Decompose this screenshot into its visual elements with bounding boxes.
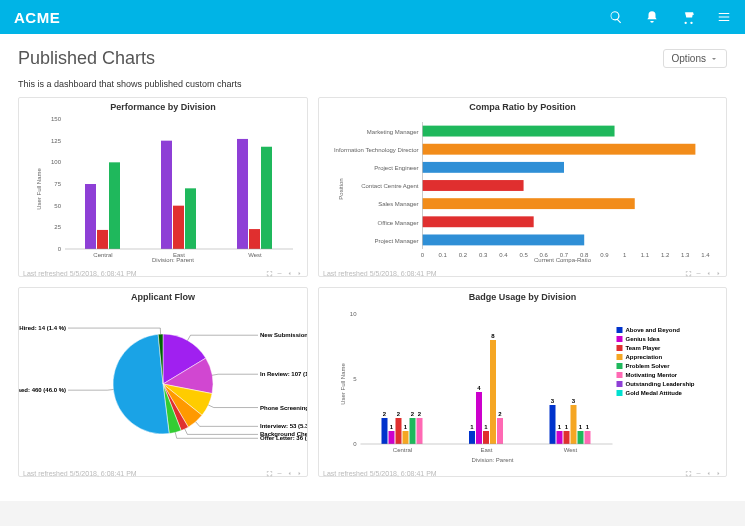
svg-text:Central: Central bbox=[393, 447, 412, 453]
svg-line-69 bbox=[175, 432, 176, 438]
svg-text:3: 3 bbox=[572, 398, 576, 404]
svg-text:100: 100 bbox=[51, 159, 62, 165]
expand-icon[interactable] bbox=[685, 470, 692, 477]
svg-text:1: 1 bbox=[484, 424, 488, 430]
svg-text:Offer Letter: 36 (3.6 %): Offer Letter: 36 (3.6 %) bbox=[260, 435, 307, 441]
expand-icon[interactable] bbox=[685, 270, 692, 277]
svg-text:0: 0 bbox=[353, 441, 357, 447]
svg-text:0: 0 bbox=[58, 246, 62, 252]
svg-text:Phone Screening: 70 (7.0 %): Phone Screening: 70 (7.0 %) bbox=[260, 405, 307, 411]
svg-text:Information Technology Directo: Information Technology Director bbox=[334, 147, 419, 153]
svg-rect-34 bbox=[423, 216, 534, 227]
svg-rect-14 bbox=[237, 139, 248, 249]
svg-text:2: 2 bbox=[418, 411, 422, 417]
svg-rect-126 bbox=[617, 354, 623, 360]
svg-text:Sales Manager: Sales Manager bbox=[378, 201, 418, 207]
svg-text:0: 0 bbox=[421, 252, 425, 258]
svg-rect-98 bbox=[483, 431, 489, 444]
svg-rect-110 bbox=[571, 405, 577, 444]
chevron-left-icon[interactable] bbox=[705, 470, 712, 477]
svg-text:Hired: 14 (1.4 %): Hired: 14 (1.4 %) bbox=[19, 325, 66, 331]
svg-text:1: 1 bbox=[470, 424, 474, 430]
svg-text:150: 150 bbox=[51, 116, 62, 122]
svg-text:1.2: 1.2 bbox=[661, 252, 670, 258]
expand-icon[interactable] bbox=[266, 470, 273, 477]
svg-text:2: 2 bbox=[383, 411, 387, 417]
svg-text:2: 2 bbox=[397, 411, 401, 417]
collapse-icon[interactable] bbox=[276, 270, 283, 277]
svg-text:Project Manager: Project Manager bbox=[374, 238, 418, 244]
collapse-icon[interactable] bbox=[276, 470, 283, 477]
svg-rect-82 bbox=[382, 418, 388, 444]
svg-rect-104 bbox=[550, 405, 556, 444]
svg-text:Office Manager: Office Manager bbox=[378, 220, 419, 226]
svg-text:1: 1 bbox=[586, 424, 590, 430]
chevron-left-icon[interactable] bbox=[705, 270, 712, 277]
svg-rect-8 bbox=[85, 184, 96, 249]
search-icon[interactable] bbox=[609, 10, 623, 24]
page-title: Published Charts bbox=[18, 48, 155, 69]
chevron-left-icon[interactable] bbox=[286, 270, 293, 277]
brand: ACME bbox=[14, 9, 60, 26]
svg-rect-12 bbox=[173, 206, 184, 249]
svg-text:User Full Name: User Full Name bbox=[36, 168, 42, 210]
svg-rect-86 bbox=[396, 418, 402, 444]
svg-rect-10 bbox=[109, 162, 120, 249]
svg-text:1: 1 bbox=[579, 424, 583, 430]
svg-text:West: West bbox=[248, 252, 262, 258]
bell-icon[interactable] bbox=[645, 10, 659, 24]
chevron-right-icon[interactable] bbox=[715, 270, 722, 277]
svg-text:8: 8 bbox=[491, 333, 495, 339]
cart-icon[interactable] bbox=[681, 10, 695, 24]
svg-text:Appreciation: Appreciation bbox=[626, 354, 663, 360]
svg-text:Interview: 53 (5.3 %): Interview: 53 (5.3 %) bbox=[260, 423, 307, 429]
svg-text:Genius Idea: Genius Idea bbox=[626, 336, 661, 342]
expand-icon[interactable] bbox=[266, 270, 273, 277]
refreshed-perf: Last refreshed 5/5/2018, 6:08:41 PM bbox=[23, 270, 137, 277]
svg-text:1: 1 bbox=[390, 424, 394, 430]
svg-rect-102 bbox=[497, 418, 503, 444]
collapse-icon[interactable] bbox=[695, 470, 702, 477]
svg-rect-96 bbox=[476, 392, 482, 444]
svg-text:Motivating Mentor: Motivating Mentor bbox=[626, 372, 678, 378]
svg-rect-114 bbox=[585, 431, 591, 444]
options-button[interactable]: Options bbox=[663, 49, 727, 68]
menu-icon[interactable] bbox=[717, 10, 731, 24]
svg-text:East: East bbox=[480, 447, 492, 453]
topbar: ACME bbox=[0, 0, 745, 34]
svg-rect-9 bbox=[97, 230, 108, 249]
svg-text:0.9: 0.9 bbox=[600, 252, 609, 258]
svg-text:Team Player: Team Player bbox=[626, 345, 662, 351]
svg-text:0.3: 0.3 bbox=[479, 252, 488, 258]
svg-rect-13 bbox=[185, 188, 196, 249]
svg-text:2: 2 bbox=[498, 411, 502, 417]
svg-rect-120 bbox=[617, 327, 623, 333]
chart-badge: User Full Name 0510 21212214182311311 Ce… bbox=[319, 304, 726, 464]
svg-text:25: 25 bbox=[54, 224, 61, 230]
svg-text:Gold Medal Attitude: Gold Medal Attitude bbox=[626, 390, 683, 396]
chevron-right-icon[interactable] bbox=[296, 270, 303, 277]
svg-text:2: 2 bbox=[411, 411, 415, 417]
svg-text:Contact Centre Agent: Contact Centre Agent bbox=[361, 183, 419, 189]
svg-text:User Full Name: User Full Name bbox=[340, 363, 346, 405]
svg-rect-28 bbox=[423, 162, 565, 173]
chevron-right-icon[interactable] bbox=[715, 470, 722, 477]
svg-text:50: 50 bbox=[54, 203, 61, 209]
svg-rect-32 bbox=[423, 198, 635, 209]
refreshed-applicant: Last refreshed 5/5/2018, 6:08:41 PM bbox=[23, 470, 137, 477]
svg-text:10: 10 bbox=[350, 311, 357, 317]
svg-rect-15 bbox=[249, 229, 260, 249]
chevron-right-icon[interactable] bbox=[296, 470, 303, 477]
chart-perf: 0255075100125150 User Full Name CentralE… bbox=[19, 114, 307, 264]
svg-text:1.3: 1.3 bbox=[681, 252, 690, 258]
svg-line-63 bbox=[196, 422, 200, 427]
svg-text:West: West bbox=[564, 447, 578, 453]
svg-text:Division: Parent: Division: Parent bbox=[152, 257, 194, 263]
chevron-left-icon[interactable] bbox=[286, 470, 293, 477]
card-compa: Compa Ratio by Position Position Marketi… bbox=[318, 97, 727, 277]
svg-text:5: 5 bbox=[353, 376, 357, 382]
svg-rect-124 bbox=[617, 345, 623, 351]
svg-rect-132 bbox=[617, 381, 623, 387]
svg-rect-106 bbox=[557, 431, 563, 444]
collapse-icon[interactable] bbox=[695, 270, 702, 277]
